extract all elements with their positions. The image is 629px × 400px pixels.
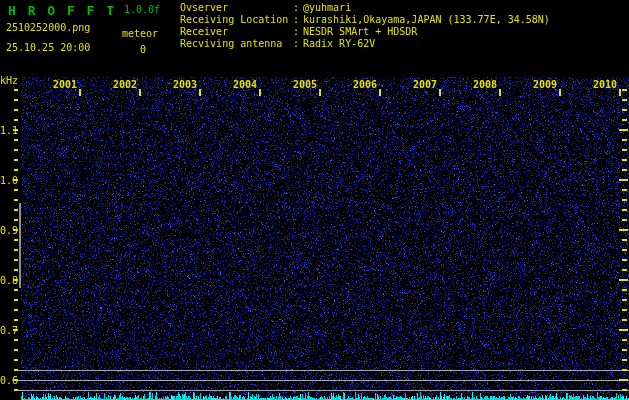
time-tick-label: 2001: [17, 79, 77, 90]
freq-minor-tick-right: [622, 319, 627, 321]
freq-major-tick-right: [619, 129, 628, 131]
freq-minor-tick-right: [622, 159, 627, 161]
freq-minor-tick-right: [622, 209, 627, 211]
time-tick-label: 2002: [77, 79, 137, 90]
meteor-counter-value: 0: [136, 45, 150, 55]
time-tick-label: 2008: [437, 79, 497, 90]
station-info-row: Recviving antenna:Radix RY-62V: [180, 39, 550, 51]
record-datetime: 25.10.25 20:00: [6, 43, 90, 53]
freq-minor-tick-right: [622, 239, 627, 241]
freq-minor-tick: [14, 309, 18, 311]
freq-minor-tick: [14, 349, 18, 351]
freq-major-tick: [13, 379, 18, 381]
freq-minor-tick-right: [622, 249, 627, 251]
time-tick-label: 2009: [497, 79, 557, 90]
freq-minor-tick: [14, 219, 18, 221]
freq-minor-tick: [14, 339, 18, 341]
reference-line: [18, 390, 629, 391]
freq-major-tick-right: [619, 329, 628, 331]
freq-major-tick-right: [619, 179, 628, 181]
reference-line: [18, 370, 629, 371]
freq-minor-tick: [14, 269, 18, 271]
freq-minor-tick-right: [622, 189, 627, 191]
freq-minor-tick: [14, 239, 18, 241]
freq-minor-tick: [14, 149, 18, 151]
freq-minor-tick-right: [622, 369, 627, 371]
station-info-separator: :: [293, 39, 303, 49]
freq-major-tick-right: [619, 229, 628, 231]
freq-minor-tick-right: [622, 359, 627, 361]
freq-tick-label: 0.7: [0, 325, 13, 336]
time-tick: [139, 89, 141, 96]
freq-major-tick: [13, 279, 18, 281]
freq-minor-tick-right: [622, 339, 627, 341]
freq-minor-tick-right: [622, 349, 627, 351]
time-tick: [319, 89, 321, 96]
freq-minor-tick: [14, 389, 18, 391]
time-tick-label: 2006: [317, 79, 377, 90]
freq-minor-tick: [14, 319, 18, 321]
station-info-separator: :: [293, 27, 303, 37]
freq-minor-tick-right: [622, 269, 627, 271]
station-info-separator: :: [293, 15, 303, 25]
freq-minor-tick: [14, 209, 18, 211]
app-title: H R O F F T: [8, 4, 116, 17]
freq-minor-tick: [14, 199, 18, 201]
freq-major-tick-right: [619, 279, 628, 281]
freq-major-tick: [13, 329, 18, 331]
time-tick-label: 2010: [557, 79, 617, 90]
time-tick: [379, 89, 381, 96]
station-info-label: Receiver: [180, 27, 293, 37]
freq-minor-tick: [14, 369, 18, 371]
freq-minor-tick: [14, 119, 18, 121]
freq-tick-label: 0.6: [0, 375, 13, 386]
freq-major-tick: [13, 179, 18, 181]
time-tick: [499, 89, 501, 96]
freq-minor-tick: [14, 289, 18, 291]
freq-tick-label: 0.8: [0, 275, 13, 286]
freq-major-tick: [13, 129, 18, 131]
freq-tick-label: 1.1: [0, 125, 13, 136]
freq-minor-tick: [14, 159, 18, 161]
freq-minor-tick-right: [622, 119, 627, 121]
hrofft-window: H R O F F T 1.0.0f 2510252000.png meteor…: [0, 0, 629, 400]
freq-tick-label: 0.9: [0, 225, 13, 236]
freq-tick-label: 1.0: [0, 175, 13, 186]
freq-major-tick-right: [619, 379, 628, 381]
station-info-value: NESDR SMArt + HDSDR: [303, 26, 417, 37]
station-info-label: Ovserver: [180, 3, 293, 13]
station-info-value: kurashiki,Okayama,JAPAN (133.77E, 34.58N…: [303, 14, 550, 25]
station-info-label: Receiving Location: [180, 15, 293, 25]
freq-minor-tick-right: [622, 199, 627, 201]
freq-minor-tick-right: [622, 109, 627, 111]
spectrogram-canvas: [0, 0, 629, 400]
station-info: Ovserver:@yuhmariReceiving Location:kura…: [180, 3, 550, 51]
output-filename: 2510252000.png: [6, 23, 90, 33]
station-info-separator: :: [293, 3, 303, 13]
time-tick: [199, 89, 201, 96]
freq-minor-tick-right: [622, 219, 627, 221]
freq-minor-tick: [14, 299, 18, 301]
time-tick-label: 2003: [137, 79, 197, 90]
reference-line: [18, 380, 629, 381]
freq-minor-tick-right: [622, 259, 627, 261]
freq-minor-tick-right: [622, 389, 627, 391]
freq-minor-tick-right: [622, 289, 627, 291]
app-version: 1.0.0f: [124, 5, 160, 15]
freq-minor-tick-right: [622, 99, 627, 101]
time-tick: [439, 89, 441, 96]
freq-minor-tick: [14, 109, 18, 111]
freq-minor-tick: [14, 139, 18, 141]
time-tick: [79, 89, 81, 96]
freq-axis-unit: kHz: [0, 76, 18, 86]
freq-minor-tick-right: [622, 169, 627, 171]
freq-minor-tick: [14, 99, 18, 101]
time-tick: [559, 89, 561, 96]
freq-minor-tick: [14, 189, 18, 191]
time-tick-label: 2004: [197, 79, 257, 90]
time-tick: [619, 89, 621, 96]
freq-minor-tick: [14, 259, 18, 261]
station-info-value: Radix RY-62V: [303, 38, 375, 49]
time-tick-label: 2007: [377, 79, 437, 90]
freq-minor-tick: [14, 359, 18, 361]
